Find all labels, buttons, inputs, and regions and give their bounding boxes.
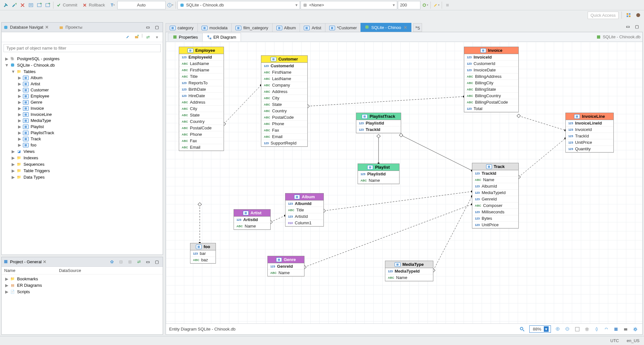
- entity-column[interactable]: ABCFirstName: [179, 67, 224, 73]
- tree-node[interactable]: ▶⊞Invoice: [2, 105, 163, 111]
- fit-icon[interactable]: [573, 325, 581, 333]
- entity-column[interactable]: 123PlaylistId: [356, 120, 401, 126]
- entity-header[interactable]: ⊞PlaylistTrack: [356, 113, 401, 120]
- entity-column[interactable]: 123MediaTypeId: [385, 268, 433, 275]
- entity-column[interactable]: 123EmployeeId: [179, 54, 224, 61]
- editor-minimize-icon[interactable]: ▭: [624, 22, 632, 31]
- tree-node[interactable]: ▶⊞Track: [2, 136, 163, 142]
- entity-column[interactable]: ABCLastName: [179, 61, 224, 67]
- projects-tab[interactable]: Проекты: [59, 25, 82, 30]
- settings-icon[interactable]: [631, 325, 639, 333]
- maximize-icon[interactable]: ▢: [153, 23, 161, 32]
- editor-tab[interactable]: SQLite - Chinoo✕: [360, 23, 411, 32]
- dbeaver-perspective-icon[interactable]: [634, 11, 642, 19]
- tree-node[interactable]: ▶🐘PostgreSQL - postgres: [2, 55, 163, 62]
- entity-column[interactable]: ABCEmail: [179, 144, 224, 151]
- er-canvas[interactable]: ⊞Employee123EmployeeIdABCLastNameABCFirs…: [166, 42, 642, 323]
- history-icon[interactable]: ▾: [166, 1, 174, 9]
- schema-select[interactable]: <None>▾: [301, 1, 397, 9]
- tree-node[interactable]: ▶⊞MediaType: [2, 117, 163, 124]
- close-tab-icon[interactable]: ✕: [404, 25, 407, 30]
- menu-icon[interactable]: ▾: [153, 33, 161, 41]
- entity-column[interactable]: ABCPostalCode: [261, 114, 307, 121]
- sql-editor-icon[interactable]: [27, 1, 35, 9]
- project-item[interactable]: ▶📄Scripts: [2, 289, 163, 295]
- maximize-icon[interactable]: ▢: [153, 257, 161, 266]
- entity-column[interactable]: 123ArtistId: [285, 213, 323, 220]
- project-item[interactable]: ▶▤ER Diagrams: [2, 282, 163, 289]
- tab-properties[interactable]: Properties: [168, 33, 203, 41]
- tree-node[interactable]: ▶📁Indexes: [2, 154, 163, 161]
- timezone-label[interactable]: UTC: [610, 338, 619, 343]
- entity-header[interactable]: ⊞Genre: [268, 256, 304, 263]
- connect-icon[interactable]: [2, 1, 10, 9]
- entity-customer[interactable]: ⊞Customer123CustomerIdABCFirstNameABCLas…: [261, 55, 308, 147]
- tree-node[interactable]: ▶◪Views: [2, 148, 163, 154]
- entity-column[interactable]: 123ReportsTo: [179, 80, 224, 86]
- entity-playlist[interactable]: ⊞Playlist123PlaylistIdABCName: [358, 163, 399, 184]
- entity-column[interactable]: 123TrackId: [472, 170, 518, 177]
- entity-album[interactable]: ⊞Album123AlbumIdABCTitle123ArtistId010Co…: [285, 193, 324, 227]
- zoom-in-icon[interactable]: [554, 325, 562, 333]
- tree-node[interactable]: ▶⊞foo: [2, 142, 163, 148]
- entity-column[interactable]: ABCName: [358, 177, 399, 184]
- entity-column[interactable]: 123Bytes: [472, 215, 518, 222]
- disconnect-icon[interactable]: [19, 1, 26, 9]
- entity-column[interactable]: ABCLastName: [261, 76, 307, 82]
- entity-column[interactable]: 123GenreId: [472, 196, 518, 202]
- minimize-icon[interactable]: ▭: [144, 257, 152, 266]
- entity-column[interactable]: ABCFax: [261, 127, 307, 134]
- search-icon[interactable]: [518, 325, 526, 333]
- stop-icon[interactable]: [444, 1, 451, 9]
- entity-column[interactable]: ABCBillingState: [464, 86, 518, 93]
- entity-column[interactable]: 123HireDate: [179, 93, 224, 99]
- tree-node[interactable]: ▶⊞Playlist: [2, 124, 163, 130]
- limit-input[interactable]: 200: [398, 1, 420, 9]
- entity-column[interactable]: 123ArtistId: [234, 217, 270, 223]
- entity-column[interactable]: 123InvoiceId: [464, 54, 518, 61]
- entity-header[interactable]: ⊞Playlist: [358, 164, 399, 171]
- entity-invoice[interactable]: ⊞Invoice123InvoiceId123CustomerId123Invo…: [464, 47, 519, 112]
- plug-add-icon[interactable]: +: [10, 1, 18, 9]
- perspective-icon[interactable]: [625, 11, 632, 19]
- entity-column[interactable]: 123BirthDate: [179, 86, 224, 93]
- tree-node[interactable]: ▶⊞Employee: [2, 93, 163, 99]
- entity-column[interactable]: 123TrackId: [356, 126, 401, 133]
- more-tabs[interactable]: »5: [413, 23, 422, 32]
- entity-column[interactable]: 123TrackId: [566, 133, 613, 139]
- entity-track[interactable]: ⊞Track123TrackIdABCName123AlbumId123Medi…: [472, 163, 519, 228]
- entity-column[interactable]: 123CustomerId: [464, 61, 518, 67]
- editor-tab[interactable]: ⊞Artist: [300, 23, 325, 32]
- editor-tab[interactable]: ⊞mockdata: [197, 23, 232, 32]
- zoom-select[interactable]: 88%▾: [529, 325, 551, 333]
- entity-column[interactable]: ABCName: [268, 270, 304, 276]
- zoom-out-icon[interactable]: [564, 325, 572, 333]
- export-icon[interactable]: [612, 325, 620, 333]
- quick-access-input[interactable]: Quick Access: [588, 12, 619, 19]
- close-icon[interactable]: ✕: [43, 259, 46, 264]
- entity-column[interactable]: ABCComposer: [472, 202, 518, 209]
- entity-column[interactable]: 123bar: [190, 250, 216, 257]
- entity-column[interactable]: ABCAddress: [179, 99, 224, 106]
- entity-column[interactable]: ABCState: [261, 101, 307, 108]
- entity-column[interactable]: 123MediaTypeId: [472, 190, 518, 196]
- grid-icon[interactable]: [583, 325, 591, 333]
- entity-column[interactable]: 123UnitPrice: [472, 222, 518, 228]
- tree-node[interactable]: ▶⊞Genre: [2, 99, 163, 105]
- project-item[interactable]: ▶📁Bookmarks: [2, 276, 163, 282]
- editor-tab[interactable]: ⊞*Customer: [325, 23, 361, 32]
- entity-column[interactable]: 123Quantity: [566, 146, 613, 152]
- refresh-icon[interactable]: [602, 325, 610, 333]
- close-icon[interactable]: ✕: [45, 25, 49, 30]
- refresh-icon[interactable]: ▾: [421, 1, 429, 9]
- entity-column[interactable]: 123CustomerId: [261, 63, 307, 69]
- entity-column[interactable]: ABCPhone: [261, 121, 307, 127]
- entity-column[interactable]: 010Column1: [285, 220, 323, 226]
- sync-icon[interactable]: ⇄: [135, 257, 143, 266]
- entity-column[interactable]: ABCState: [179, 112, 224, 118]
- editor-maximize-icon[interactable]: ▢: [633, 22, 641, 31]
- highlighter-icon[interactable]: ▾: [432, 1, 440, 9]
- entity-employee[interactable]: ⊞Employee123EmployeeIdABCLastNameABCFirs…: [179, 47, 224, 151]
- minimize-icon[interactable]: ▭: [144, 23, 152, 32]
- editor-tab[interactable]: ⊞Album: [272, 23, 300, 32]
